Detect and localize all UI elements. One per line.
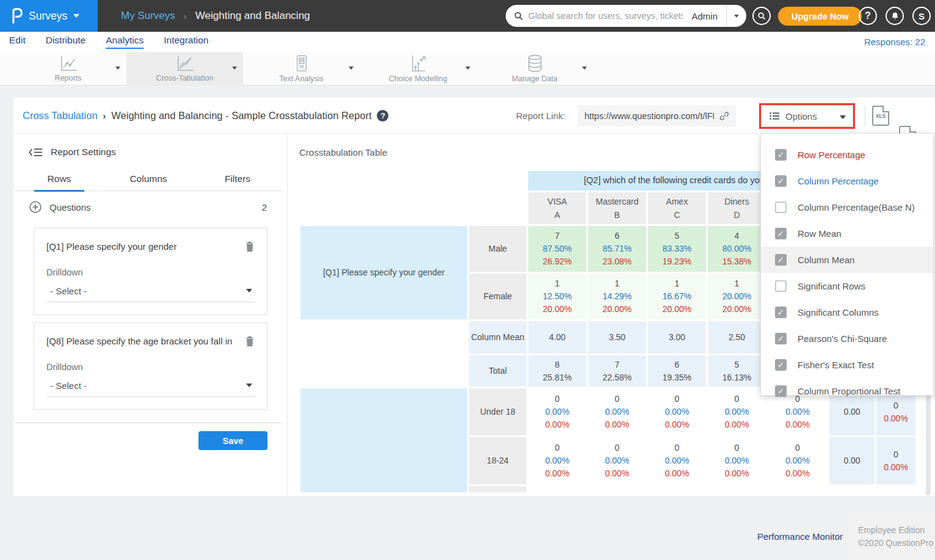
cell-value: 3.50	[609, 331, 625, 344]
row-label-partial	[469, 486, 526, 492]
trash-icon[interactable]	[245, 335, 255, 347]
options-button[interactable]: Options	[759, 103, 855, 129]
performance-monitor-link[interactable]: Performance Monitor	[757, 531, 843, 542]
checkbox-checked-icon[interactable]: ✓	[775, 333, 787, 344]
tab-rows[interactable]: Rows	[15, 170, 104, 191]
notifications-button[interactable]	[886, 7, 904, 25]
row-group-label-q8	[300, 388, 467, 492]
analytics-toolbar: ReportsCross-TabulationText AnalysisChoi…	[0, 52, 935, 85]
chevron-down-icon[interactable]	[115, 67, 120, 70]
collapse-panel-icon[interactable]	[29, 147, 43, 158]
menu-item-label: Column Proportional Test	[798, 386, 900, 396]
drilldown-select[interactable]: - Select -	[46, 286, 255, 302]
checkbox-checked-icon[interactable]: ✓	[775, 228, 787, 239]
cell-value: D	[733, 208, 740, 222]
checkbox-unchecked-icon[interactable]	[775, 280, 787, 292]
toolbar-item-text-analysis[interactable]: Text Analysis	[243, 52, 360, 85]
chevron-down-icon[interactable]	[465, 67, 470, 70]
drilldown-select[interactable]: - Select -	[46, 380, 255, 397]
search-scope-label[interactable]: Admin	[683, 11, 726, 21]
upgrade-now-button[interactable]: Upgrade Now	[778, 7, 862, 26]
add-question-button[interactable]	[29, 200, 42, 214]
menu-item-column-percentage[interactable]: ✓Column Percentage	[761, 168, 933, 194]
toolbar-item-cross-tabulation[interactable]: Cross-Tabulation	[126, 52, 243, 85]
toolbar-item-manage-data[interactable]: Manage Data	[476, 52, 593, 85]
questions-label: Questions	[49, 202, 91, 213]
data-cell: 787.50%26.92%	[528, 226, 586, 272]
choice-modelling-icon	[409, 54, 427, 73]
cell-value: 20.00%	[722, 290, 751, 303]
responses-count: Responses: 22	[864, 37, 925, 47]
column-header-mastercard: MastercardB	[588, 192, 646, 224]
tab-columns[interactable]: Columns	[104, 170, 193, 191]
avatar[interactable]: S	[912, 7, 931, 25]
checkbox-checked-icon[interactable]: ✓	[775, 254, 787, 266]
toolbar-item-choice-modelling[interactable]: Choice Modelling	[360, 52, 476, 85]
menu-item-significant-columns[interactable]: ✓Significant Columns	[761, 299, 933, 325]
search-submit-button[interactable]	[752, 7, 771, 25]
cell-value: 0.00%	[785, 467, 810, 480]
options-label: Options	[785, 111, 817, 122]
edition-box: Employee Edition ©2020 QuestionPro	[849, 513, 935, 560]
row-mean-cell: 0.00	[829, 437, 875, 484]
column-mean-cell: 3.50	[588, 321, 646, 354]
checkbox-checked-icon[interactable]: ✓	[775, 149, 787, 161]
cell-value: VISA	[548, 195, 567, 208]
search-icon	[514, 11, 523, 21]
questionpro-logo-icon	[11, 8, 23, 24]
cell-value: Diners	[724, 195, 749, 208]
cell-value: B	[614, 208, 620, 222]
link-icon[interactable]	[719, 111, 730, 122]
menu-item-significant-rows[interactable]: Significant Rows	[761, 273, 933, 299]
cell-value: 20.00%	[663, 303, 691, 316]
help-button[interactable]: ?	[859, 7, 877, 25]
tab-integration[interactable]: Integration	[164, 35, 208, 49]
save-button[interactable]: Save	[198, 431, 267, 450]
chevron-down-icon[interactable]	[232, 67, 237, 70]
menu-item-label: Fisher's Exact Test	[798, 360, 874, 370]
checkbox-checked-icon[interactable]: ✓	[775, 175, 787, 187]
export-xls-button[interactable]: XLS	[872, 106, 889, 126]
menu-item-column-percentage-base-n[interactable]: Column Percentage(Base N)	[761, 194, 933, 220]
tab-analytics[interactable]: Analytics	[106, 35, 144, 49]
search-input[interactable]	[528, 11, 683, 21]
menu-item-row-mean[interactable]: ✓Row Mean	[761, 220, 933, 247]
toolbar-item-label: Reports	[55, 74, 82, 82]
checkbox-checked-icon[interactable]: ✓	[775, 385, 787, 397]
menu-item-row-percentage[interactable]: ✓Row Percentage	[761, 142, 933, 168]
cell-value: 1	[735, 277, 740, 290]
tab-edit[interactable]: Edit	[9, 35, 26, 49]
cell-value: Mastercard	[595, 195, 638, 208]
cross-tabulation-link[interactable]: Cross Tabulation	[23, 110, 98, 122]
data-cell: 00.00%0.00%	[528, 437, 586, 484]
report-help-icon[interactable]: ?	[377, 110, 388, 122]
menu-item-fisher-s-exact-test[interactable]: ✓Fisher's Exact Test	[761, 352, 933, 378]
cell-value: 1	[675, 277, 680, 290]
cell-value: 0.00%	[785, 405, 810, 418]
trash-icon[interactable]	[245, 241, 255, 252]
bell-icon	[890, 12, 900, 21]
checkbox-checked-icon[interactable]: ✓	[775, 359, 787, 371]
report-link-input[interactable]	[584, 111, 714, 121]
search-scope-dropdown[interactable]	[726, 5, 746, 27]
menu-item-pearson-s-chi-square[interactable]: ✓Pearson's Chi-Square	[761, 325, 933, 352]
toolbar-item-reports[interactable]: Reports	[10, 52, 126, 85]
checkbox-checked-icon[interactable]: ✓	[775, 307, 787, 318]
cell-value: 0.00%	[665, 467, 689, 480]
brand-menu[interactable]: Surveys	[0, 0, 98, 32]
tab-filters[interactable]: Filters	[193, 170, 282, 191]
breadcrumb-my-surveys[interactable]: My Surveys	[121, 10, 175, 22]
data-cell: 00.00%0.00%	[588, 437, 646, 484]
cell-value: 20.00%	[543, 303, 572, 316]
menu-item-column-proportional-test[interactable]: ✓Column Proportional Test	[761, 378, 933, 404]
cell-value: 26.92%	[543, 255, 572, 268]
tab-distribute[interactable]: Distribute	[46, 35, 85, 49]
cell-value: C	[674, 208, 680, 222]
cell-value: 0.00%	[725, 467, 749, 480]
checkbox-unchecked-icon[interactable]	[775, 202, 787, 213]
chevron-down-icon[interactable]	[349, 67, 354, 70]
question-card: [Q1] Please specify your genderDrilldown…	[34, 228, 267, 315]
total-cell: 722.58%	[588, 355, 646, 387]
chevron-down-icon[interactable]	[582, 67, 587, 70]
menu-item-column-mean[interactable]: ✓Column Mean	[761, 247, 933, 273]
